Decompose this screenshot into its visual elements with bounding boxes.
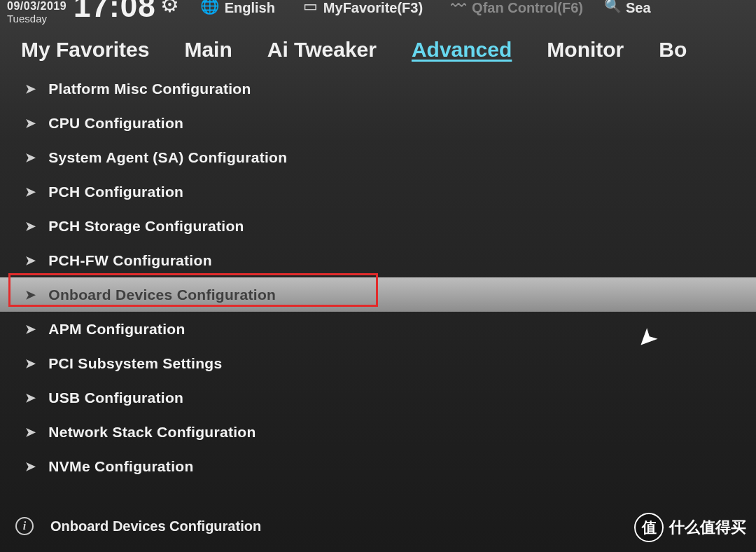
menu-label: PCH Configuration xyxy=(48,184,183,200)
menu-nvme-config[interactable]: ➤NVMe Configuration xyxy=(0,449,756,483)
chevron-right-icon: ➤ xyxy=(25,150,36,165)
menu-label: NVMe Configuration xyxy=(48,458,193,475)
menu-label: PCH Storage Configuration xyxy=(48,218,244,235)
menu-label: Onboard Devices Configuration xyxy=(48,287,276,303)
clock-text: 17:08 xyxy=(74,0,156,18)
fan-icon[interactable]: 〰 xyxy=(451,0,466,15)
chevron-right-icon: ➤ xyxy=(25,287,36,303)
globe-icon[interactable]: 🌐 xyxy=(200,0,219,15)
tab-main[interactable]: Main xyxy=(184,38,232,62)
menu-network-stack[interactable]: ➤Network Stack Configuration xyxy=(0,415,756,449)
chevron-right-icon: ➤ xyxy=(25,390,36,406)
chevron-right-icon: ➤ xyxy=(25,425,36,440)
menu-onboard-devices[interactable]: ➤Onboard Devices Configuration xyxy=(0,277,756,312)
menu-label: Platform Misc Configuration xyxy=(48,81,251,97)
menu-usb-config[interactable]: ➤USB Configuration xyxy=(0,380,756,415)
menu-label: APM Configuration xyxy=(48,321,185,338)
datetime-block: 09/03/2019 Tuesday xyxy=(7,0,66,25)
main-tabs: My Favorites Main Ai Tweaker Advanced Mo… xyxy=(0,28,756,66)
tab-boot[interactable]: Bo xyxy=(659,38,687,62)
menu-label: USB Configuration xyxy=(48,389,183,406)
menu-pci-subsystem[interactable]: ➤PCI Subsystem Settings xyxy=(0,346,756,380)
watermark: 值 什么值得买 xyxy=(634,513,746,542)
menu-pch-config[interactable]: ➤PCH Configuration xyxy=(0,174,756,209)
menu-cpu-config[interactable]: ➤CPU Configuration xyxy=(0,106,756,140)
tab-my-favorites[interactable]: My Favorites xyxy=(21,38,149,62)
menu-label: Network Stack Configuration xyxy=(48,424,255,441)
menu-pch-fw[interactable]: ➤PCH-FW Configuration xyxy=(0,243,756,277)
gear-icon[interactable]: ⚙ xyxy=(160,0,179,12)
menu-label: PCI Subsystem Settings xyxy=(48,355,222,372)
tab-advanced[interactable]: Advanced xyxy=(412,38,512,62)
date-text: 09/03/2019 xyxy=(7,0,66,13)
chevron-right-icon: ➤ xyxy=(25,322,36,337)
tab-monitor[interactable]: Monitor xyxy=(547,38,624,62)
help-text: Onboard Devices Configuration xyxy=(50,518,261,534)
advanced-menu: ➤Platform Misc Configuration ➤CPU Config… xyxy=(0,66,756,483)
bios-top-bar: 09/03/2019 Tuesday 17:08 ⚙ 🌐 English ▭ M… xyxy=(0,0,756,28)
chevron-right-icon: ➤ xyxy=(25,219,36,234)
menu-system-agent[interactable]: ➤System Agent (SA) Configuration xyxy=(0,140,756,174)
chevron-right-icon: ➤ xyxy=(25,81,36,97)
info-icon: i xyxy=(15,517,34,535)
menu-label: PCH-FW Configuration xyxy=(48,252,211,269)
watermark-badge: 值 xyxy=(634,513,664,542)
chevron-right-icon: ➤ xyxy=(25,459,36,474)
search-icon[interactable]: 🔍 xyxy=(604,0,622,14)
menu-platform-misc[interactable]: ➤Platform Misc Configuration xyxy=(0,71,756,106)
book-icon[interactable]: ▭ xyxy=(303,0,318,15)
myfavorite-button[interactable]: MyFavorite(F3) xyxy=(323,0,423,16)
chevron-right-icon: ➤ xyxy=(25,356,36,371)
qfan-button[interactable]: Qfan Control(F6) xyxy=(472,0,583,16)
menu-label: System Agent (SA) Configuration xyxy=(48,149,287,166)
chevron-right-icon: ➤ xyxy=(25,253,36,268)
menu-label: CPU Configuration xyxy=(48,115,183,132)
tab-ai-tweaker[interactable]: Ai Tweaker xyxy=(267,38,377,62)
chevron-right-icon: ➤ xyxy=(25,116,36,131)
watermark-text: 什么值得买 xyxy=(669,517,746,538)
chevron-right-icon: ➤ xyxy=(25,184,36,200)
day-text: Tuesday xyxy=(7,13,66,25)
menu-pch-storage[interactable]: ➤PCH Storage Configuration xyxy=(0,209,756,243)
language-button[interactable]: English xyxy=(225,0,275,16)
search-button[interactable]: Sea xyxy=(626,0,651,16)
